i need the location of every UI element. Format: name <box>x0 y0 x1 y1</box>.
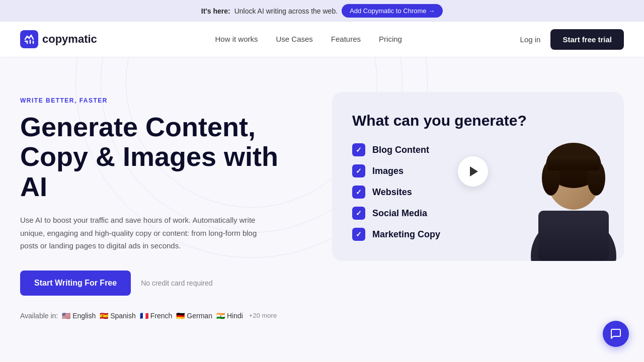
nav-links: How it works Use Cases Features Pricing <box>215 35 401 44</box>
lang-hindi-label: Hindi <box>227 312 243 320</box>
lang-spanish-label: Spanish <box>110 312 136 320</box>
flag-spanish: 🇪🇸 <box>100 312 108 320</box>
add-chrome-button[interactable]: Add Copymatic to Chrome → <box>342 4 443 18</box>
banner-pre-text: It's here: <box>201 7 230 15</box>
no-credit-card-text: No credit card required <box>141 279 212 287</box>
nav-use-cases[interactable]: Use Cases <box>276 35 313 43</box>
logo-icon <box>20 30 38 48</box>
login-button[interactable]: Log in <box>520 35 541 44</box>
svg-rect-2 <box>538 211 609 261</box>
hero-description: Use AI to boost your traffic and save ho… <box>20 214 262 252</box>
top-banner: It's here: Unlock AI writing across the … <box>0 0 644 22</box>
hero-title-line2: Copy & Images with AI <box>20 141 278 201</box>
svg-rect-0 <box>20 30 38 48</box>
check-icon-images: ✓ <box>352 164 365 177</box>
hero-title-line1: Generate Content, <box>20 112 256 142</box>
hero-section: WRITE BETTER, FASTER Generate Content, C… <box>0 57 644 338</box>
nav-features[interactable]: Features <box>331 35 361 43</box>
lang-english: 🇺🇸 English <box>62 312 96 320</box>
lang-english-label: English <box>72 312 96 320</box>
nav-pricing[interactable]: Pricing <box>379 35 402 43</box>
item-marketing-copy: Marketing Copy <box>372 229 440 240</box>
check-icon-blog: ✓ <box>352 143 365 156</box>
check-icon-social: ✓ <box>352 207 365 220</box>
available-label: Available in: <box>20 312 58 320</box>
cta-row: Start Writing For Free No credit card re… <box>20 270 302 296</box>
chat-icon <box>610 328 622 340</box>
banner-text: Unlock AI writing across the web. <box>234 7 338 15</box>
check-icon-marketing: ✓ <box>352 228 365 241</box>
play-button[interactable] <box>458 156 488 187</box>
lang-french: 🇫🇷 French <box>140 312 173 320</box>
item-social-media: Social Media <box>372 208 427 219</box>
more-languages: +20 more <box>249 312 277 319</box>
flag-french: 🇫🇷 <box>140 312 148 320</box>
flag-english: 🇺🇸 <box>62 312 70 320</box>
person-image <box>523 110 624 261</box>
start-writing-button[interactable]: Start Writing For Free <box>20 270 131 296</box>
hero-right: What can you generate? ✓ Blog Content ✓ … <box>302 87 624 261</box>
logo-text: copymatic <box>42 33 97 46</box>
lang-french-label: French <box>150 312 173 320</box>
nav-right: Log in Start free trial <box>520 29 624 50</box>
nav-how-it-works[interactable]: How it works <box>215 35 258 43</box>
item-websites: Websites <box>372 187 412 198</box>
navbar: copymatic How it works Use Cases Feature… <box>0 22 644 57</box>
lang-german: 🇩🇪 German <box>176 312 212 320</box>
item-images: Images <box>372 166 404 176</box>
chat-button[interactable] <box>603 321 629 347</box>
check-icon-websites: ✓ <box>352 186 365 199</box>
logo[interactable]: copymatic <box>20 30 97 48</box>
flag-hindi: 🇮🇳 <box>216 312 225 320</box>
start-free-trial-button[interactable]: Start free trial <box>550 29 624 50</box>
hero-left: WRITE BETTER, FASTER Generate Content, C… <box>20 87 302 320</box>
hero-title: Generate Content, Copy & Images with AI <box>20 112 302 202</box>
svg-rect-8 <box>547 155 600 170</box>
item-blog-content: Blog Content <box>372 145 429 155</box>
lang-german-label: German <box>187 312 212 320</box>
flag-german: 🇩🇪 <box>176 312 185 320</box>
available-in-row: Available in: 🇺🇸 English 🇪🇸 Spanish 🇫🇷 F… <box>20 312 302 320</box>
lang-spanish: 🇪🇸 Spanish <box>100 312 136 320</box>
generate-card: What can you generate? ✓ Blog Content ✓ … <box>332 92 624 261</box>
lang-hindi: 🇮🇳 Hindi <box>216 312 243 320</box>
tagline: WRITE BETTER, FASTER <box>20 97 302 104</box>
